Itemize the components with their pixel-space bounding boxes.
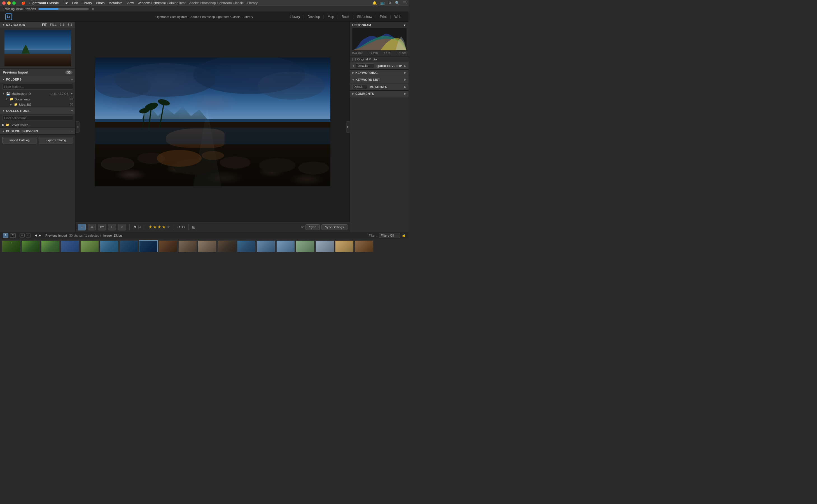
page-2-button[interactable]: 2 <box>10 233 16 238</box>
loupe-view-button[interactable]: ▭ <box>88 224 96 230</box>
close-button[interactable] <box>2 1 6 5</box>
left-panel-collapse-button[interactable]: ◀ <box>76 121 79 133</box>
menu-window[interactable]: Window <box>138 1 150 5</box>
zoom-fit[interactable]: FIT <box>41 23 48 27</box>
zoom-fill[interactable]: FILL <box>49 23 57 27</box>
maximize-button[interactable] <box>12 1 16 5</box>
app-name[interactable]: Lightroom Classic <box>29 1 59 5</box>
folders-search-input[interactable] <box>2 84 73 90</box>
smart-collections-item[interactable]: ▶ 📂 Smart Collec... <box>0 122 75 128</box>
screen-icon[interactable]: 🖥 <box>388 1 392 5</box>
metadata-section[interactable]: Default Metadata ▶ <box>350 83 408 91</box>
menu-view[interactable]: View <box>126 1 134 5</box>
rotate-right-button[interactable]: ↻ <box>182 225 185 229</box>
rotate-left-button[interactable]: ↺ <box>177 225 180 229</box>
thumb-12[interactable] <box>217 240 236 252</box>
tab-develop[interactable]: Develop <box>305 14 323 20</box>
star-2[interactable]: ★ <box>153 224 157 230</box>
menu-metadata[interactable]: Metadata <box>109 1 123 5</box>
thumb-2[interactable] <box>21 240 40 252</box>
folders-header[interactable]: ▼ Folders + <box>0 76 75 83</box>
menu-file[interactable]: File <box>63 1 68 5</box>
toolbar-sync-settings-button[interactable]: Sync Settings <box>321 224 348 230</box>
thumb-18[interactable] <box>335 240 354 252</box>
collections-search-input[interactable] <box>2 115 73 121</box>
quick-develop-row[interactable]: ▼ Defaults Quick Develop ▶ <box>350 62 408 70</box>
filmstrip-grid-button[interactable]: ⊞ <box>20 234 25 237</box>
filmstrip-prev-button[interactable]: ◀ <box>35 234 37 237</box>
menu-edit[interactable]: Edit <box>72 1 78 5</box>
thumb-16[interactable] <box>296 240 315 252</box>
right-panel-collapse-button[interactable]: ▶ <box>346 121 350 133</box>
thumb-4[interactable] <box>60 240 79 252</box>
tab-map[interactable]: Map <box>325 14 337 20</box>
menu-extras-icon[interactable]: ☰ <box>403 1 406 5</box>
thumb-11[interactable] <box>198 240 217 252</box>
minimize-button[interactable] <box>7 1 11 5</box>
metadata-preset-select[interactable]: Default <box>352 85 367 89</box>
zoom-1-1[interactable]: 1:1 <box>59 23 65 27</box>
thumb-13[interactable] <box>237 240 256 252</box>
quick-develop-arrow-icon[interactable]: ▶ <box>404 65 406 67</box>
collections-header[interactable]: ▼ Collections + <box>0 107 75 114</box>
keywording-section[interactable]: ▶ Keywording ▶ <box>350 70 408 76</box>
folder-documents[interactable]: ▼ 📁 Documents 30 <box>0 96 75 102</box>
airplay-icon[interactable]: 📺 <box>380 1 385 5</box>
tab-web[interactable]: Web <box>392 14 404 20</box>
folder-ultra387[interactable]: ▶ 📁 Ultra 387 30 <box>0 102 75 107</box>
thumb-8-selected[interactable]: ★★★★★ ✦ <box>139 240 158 252</box>
filter-dropdown[interactable]: Filters Off <box>379 233 400 238</box>
navigator-header[interactable]: ▼ Navigator FIT FILL 1:1 3:1 <box>0 22 75 28</box>
tab-book[interactable]: Book <box>339 14 352 20</box>
import-catalog-button[interactable]: Import Catalog <box>2 137 37 143</box>
zoom-3-1[interactable]: 3:1 <box>67 23 73 27</box>
survey-view-button[interactable]: ⊟ <box>108 224 116 230</box>
main-photo-area[interactable] <box>76 22 350 222</box>
star-4[interactable]: ★ <box>162 224 166 230</box>
publish-services-add-button[interactable]: + <box>71 129 73 133</box>
quick-develop-toggle[interactable]: ▼ <box>352 65 355 67</box>
export-catalog-button[interactable]: Export Catalog <box>39 137 73 143</box>
flag-reject-button[interactable]: ⚐ <box>138 225 141 229</box>
publish-services-toggle[interactable]: ▼ <box>2 130 5 133</box>
menu-library[interactable]: Library <box>82 1 92 5</box>
search-icon[interactable]: 🔍 <box>395 1 400 5</box>
star-1[interactable]: ★ <box>148 224 152 230</box>
flag-pick-button[interactable]: ⚑ <box>133 225 137 229</box>
thumb-15[interactable] <box>276 240 295 252</box>
filmstrip-detail-button[interactable]: ▭ <box>26 234 31 237</box>
toolbar-sync-button[interactable]: Sync <box>306 224 320 230</box>
collections-add-button[interactable]: + <box>71 109 73 113</box>
crop-button[interactable]: ⊞ <box>192 225 195 229</box>
collections-toggle[interactable]: ▼ <box>2 109 5 112</box>
progress-close-button[interactable]: × <box>92 7 94 11</box>
publish-services-header[interactable]: ▼ Publish Services + <box>0 128 75 134</box>
star-3[interactable]: ★ <box>157 224 161 230</box>
thumb-3[interactable] <box>41 240 60 252</box>
grid-view-button[interactable]: ⊞ <box>78 224 86 230</box>
tab-slideshow[interactable]: Slideshow <box>354 14 375 20</box>
folders-add-button[interactable]: + <box>71 77 73 81</box>
thumb-14[interactable] <box>257 240 276 252</box>
comments-section[interactable]: ▶ Comments ▶ <box>350 91 408 97</box>
quick-develop-preset-select[interactable]: Defaults <box>356 63 374 68</box>
navigator-toggle[interactable]: ▼ <box>2 23 5 26</box>
thumb-6[interactable]: ★★★★★ <box>100 240 119 252</box>
thumb-17[interactable] <box>315 240 334 252</box>
thumb-1[interactable]: 1 <box>2 240 21 252</box>
histogram-dropdown-icon[interactable]: ▼ <box>403 23 406 27</box>
thumb-5[interactable] <box>80 240 99 252</box>
tab-library[interactable]: Library <box>287 14 303 20</box>
filter-lock-icon[interactable]: 🔒 <box>402 234 406 237</box>
folders-toggle[interactable]: ▼ <box>2 78 5 81</box>
menu-photo[interactable]: Photo <box>96 1 104 5</box>
keyword-list-section[interactable]: + Keyword List ▶ <box>350 76 408 83</box>
compare-view-button[interactable]: XY <box>98 224 106 230</box>
navigator-thumb[interactable] <box>4 30 71 66</box>
apple-menu[interactable]: 🍎 <box>21 1 25 5</box>
thumb-9[interactable] <box>158 240 177 252</box>
disk-dropdown-icon[interactable]: ▼ <box>70 92 73 95</box>
keyword-list-add-button[interactable]: + <box>352 77 355 82</box>
tab-print[interactable]: Print <box>377 14 390 20</box>
filmstrip-filename[interactable]: Image_13.jpg <box>103 234 122 237</box>
